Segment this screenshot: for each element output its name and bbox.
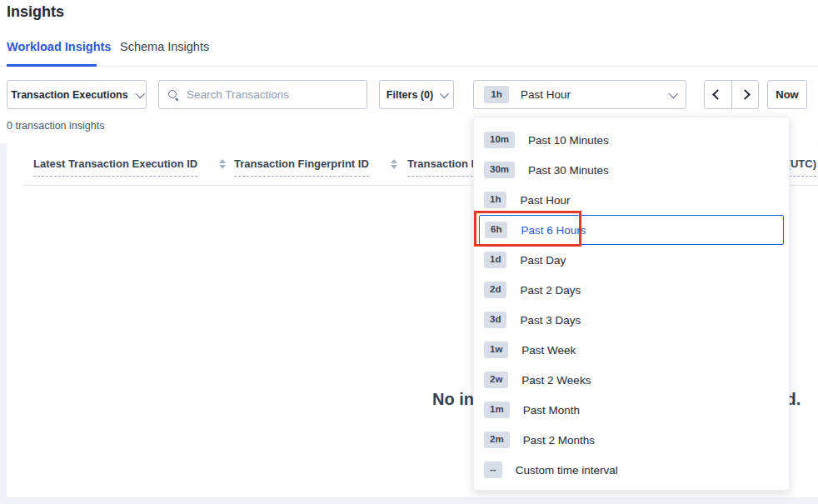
time-option-badge: 10m [484,132,515,148]
time-nav-group [704,80,759,109]
time-option-past-month[interactable]: 1m Past Month [474,395,789,425]
workload-type-select-label: Transaction Executions [11,89,127,101]
time-option-label: Past Day [520,254,566,267]
workload-type-select[interactable]: Transaction Executions [7,80,147,109]
tabs-divider [0,66,818,67]
insights-count: 0 transaction insights [7,120,104,132]
chevron-right-icon [740,89,751,100]
filters-button[interactable]: Filters (0) [379,80,454,109]
time-interval-badge: 1h [484,86,509,104]
time-option-label: Past 30 Minutes [528,164,609,177]
time-option-past-2-weeks[interactable]: 2w Past 2 Weeks [474,365,789,395]
time-option-badge: 2w [484,372,508,388]
time-option-badge: 1w [484,342,508,358]
search-icon [167,89,179,101]
time-option-past-week[interactable]: 1w Past Week [474,335,789,365]
tab-schema-insights[interactable]: Schema Insights [120,40,209,53]
insights-page: Insights Workload Insights Schema Insigh… [0,0,818,504]
time-option-label: Past 2 Weeks [521,374,591,387]
time-option-past-2-days[interactable]: 2d Past 2 Days [474,275,789,305]
filters-button-label: Filters (0) [387,89,433,101]
time-option-badge: 3d [484,312,506,328]
time-option-badge: 2m [484,432,510,448]
time-option-label: Past 3 Days [520,314,581,327]
time-option-label: Past Month [523,404,580,417]
time-option-past-10-minutes[interactable]: 10m Past 10 Minutes [474,125,789,155]
time-interval-dropdown: 10m Past 10 Minutes 30m Past 30 Minutes … [473,117,790,491]
time-option-custom-time-interval[interactable]: -- Custom time interval [474,455,789,485]
time-option-past-3-days[interactable]: 3d Past 3 Days [474,305,789,335]
search-box [158,80,367,109]
column-header-label: Transaction Fingerprint ID [234,157,369,177]
tab-workload-insights-label: Workload Insights [7,40,111,53]
time-interval-select[interactable]: 1h Past Hour [473,80,686,109]
time-option-badge: 1h [484,192,506,208]
time-option-label: Past 10 Minutes [528,134,609,147]
time-next-button[interactable] [731,81,758,108]
chevron-down-icon [135,88,144,97]
chevron-down-icon [669,88,678,97]
time-option-label: Past 2 Days [520,284,581,297]
time-option-past-day[interactable]: 1d Past Day [474,245,789,275]
time-option-badge: 2d [484,282,506,298]
page-title: Insights [7,3,64,21]
search-input[interactable] [187,88,358,101]
annotation-highlight-box [474,211,581,247]
tab-schema-insights-label: Schema Insights [120,40,209,53]
time-option-past-2-months[interactable]: 2m Past 2 Months [474,425,789,455]
sort-icon[interactable] [391,159,397,169]
column-header-latest-transaction-execution-id[interactable]: Latest Transaction Execution ID [33,157,226,177]
column-header-label: Latest Transaction Execution ID [33,157,197,177]
time-option-badge: 1m [484,402,510,418]
time-option-past-30-minutes[interactable]: 30m Past 30 Minutes [474,155,789,185]
now-button[interactable]: Now [767,80,807,109]
time-option-label: Past Week [521,344,576,357]
chevron-left-icon [713,89,724,100]
active-tab-indicator [7,64,97,67]
time-option-badge: 30m [484,162,515,178]
tab-workload-insights[interactable]: Workload Insights [7,40,111,53]
time-option-label: Past Hour [520,194,570,207]
time-option-label: Past 2 Months [523,434,595,447]
time-interval-label: Past Hour [521,88,571,101]
sort-icon[interactable] [219,159,226,169]
chevron-down-icon [440,88,449,97]
time-option-badge: 1d [484,252,506,268]
time-option-label: Custom time interval [516,464,618,477]
time-option-badge: -- [484,462,502,478]
time-prev-button[interactable] [705,81,731,108]
column-header-transaction-fingerprint-id[interactable]: Transaction Fingerprint ID [234,157,397,177]
